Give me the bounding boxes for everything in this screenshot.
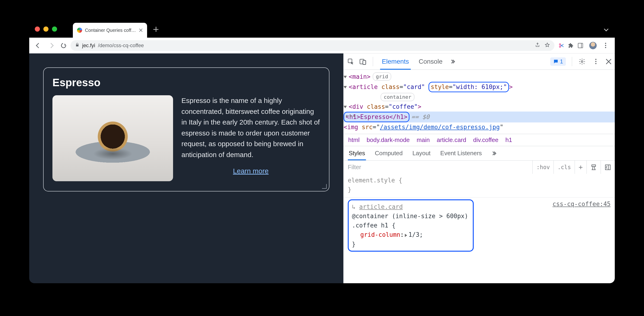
minimize-window-button[interactable] <box>44 27 48 32</box>
lock-icon <box>75 43 79 49</box>
more-actions-icon[interactable]: ••• <box>345 112 356 121</box>
extensions-icon[interactable] <box>568 43 574 48</box>
avatar-icon <box>589 42 597 49</box>
badge-grid[interactable]: grid <box>373 73 391 81</box>
dom-breadcrumbs[interactable]: html body.dark-mode main article.card di… <box>344 134 615 146</box>
svg-rect-4 <box>363 60 366 65</box>
coffee-card: Espresso Espresso is the name of a highl… <box>43 67 330 192</box>
devtools-tab-console[interactable]: Console <box>416 54 446 69</box>
chevron-down-icon <box>604 27 608 31</box>
reload-icon <box>60 42 67 49</box>
forward-button[interactable] <box>46 40 56 51</box>
espresso-image <box>52 95 173 181</box>
devtools-close-icon[interactable] <box>606 59 612 65</box>
page-viewport: Espresso Espresso is the name of a highl… <box>29 53 343 283</box>
dom-tree[interactable]: <main>grid <article class="card" style="… <box>344 70 615 134</box>
expand-shorthand-icon[interactable] <box>405 234 407 237</box>
devtools-panel: Elements Console 1 <main>grid <article c <box>343 53 615 283</box>
crumb-body[interactable]: body.dark-mode <box>366 136 410 143</box>
svg-point-6 <box>581 61 583 63</box>
scissors-icon[interactable] <box>556 40 567 51</box>
styles-filter-bar: Filter :hov .cls + <box>344 160 615 174</box>
url-path: /demo/css-cq-coffee <box>98 43 144 49</box>
styles-tab-listeners[interactable]: Event Listeners <box>440 147 483 160</box>
learn-more-link[interactable]: Learn more <box>182 167 320 175</box>
arrow-right-icon <box>48 43 54 48</box>
rule-container-query[interactable]: css-cq-coffee:45 ↳ article.card @contain… <box>344 197 615 254</box>
reload-button[interactable] <box>58 40 69 51</box>
bookmark-icon[interactable] <box>545 42 550 49</box>
styles-pane-tabs: Styles Computed Layout Event Listeners <box>344 146 615 160</box>
card-paragraph: Espresso is the name of a highly concent… <box>182 95 320 160</box>
browser-window: Container Queries coffee jec.fyi/demo/cs… <box>29 21 615 283</box>
img-src-link[interactable]: /assets/img/demo/cof-espresso.jpg <box>380 124 500 131</box>
crumb-div[interactable]: div.coffee <box>473 136 498 143</box>
settings-icon[interactable] <box>578 58 586 66</box>
cls-toggle[interactable]: .cls <box>554 161 575 174</box>
badge-container[interactable]: container <box>381 93 414 101</box>
devtools-tab-elements[interactable]: Elements <box>379 54 412 69</box>
devtools-menu-button[interactable] <box>590 56 601 67</box>
crumb-main[interactable]: main <box>417 136 430 143</box>
inspect-icon[interactable] <box>347 58 355 66</box>
crumb-h1[interactable]: h1 <box>505 136 512 143</box>
device-toggle-icon[interactable] <box>359 58 367 66</box>
address-bar[interactable]: jec.fyi/demo/css-cq-coffee <box>70 40 554 51</box>
crumb-article[interactable]: article.card <box>436 136 466 143</box>
styles-tabs-more[interactable] <box>491 149 496 157</box>
url-host: jec.fyi <box>82 43 95 49</box>
chrome-menu-button[interactable] <box>600 40 611 51</box>
side-panel-icon[interactable] <box>575 40 586 51</box>
new-tab-button[interactable] <box>153 26 159 33</box>
rule-element-style[interactable]: element.style { } <box>344 174 615 197</box>
dom-node-img[interactable]: <img <box>344 124 362 131</box>
highlighted-style-attr: style="width: 610px;" <box>428 82 509 92</box>
styles-tab-layout[interactable]: Layout <box>412 147 432 160</box>
dom-node-main[interactable]: <main> <box>349 73 370 80</box>
container-ancestor-link[interactable]: article.card <box>359 203 403 210</box>
tab-title: Container Queries coffee <box>85 28 136 33</box>
computed-panel-toggle-icon[interactable] <box>600 161 615 174</box>
devtools-toolbar: Elements Console 1 <box>344 53 615 70</box>
arrow-left-icon <box>36 43 41 48</box>
favicon-icon <box>77 28 82 33</box>
maximize-window-button[interactable] <box>52 27 57 32</box>
styles-tab-styles[interactable]: Styles <box>348 147 366 160</box>
card-heading: Espresso <box>52 76 320 89</box>
dom-node-div-coffee[interactable]: <div <box>349 103 367 110</box>
close-window-button[interactable] <box>35 27 40 32</box>
issues-badge[interactable]: 1 <box>550 57 566 66</box>
hov-toggle[interactable]: :hov <box>532 161 554 174</box>
close-tab-icon[interactable] <box>139 28 143 32</box>
content-area: Espresso Espresso is the name of a highl… <box>29 53 615 283</box>
tab-strip: Container Queries coffee <box>29 21 615 38</box>
styles-tab-computed[interactable]: Computed <box>374 147 404 160</box>
browser-tab[interactable]: Container Queries coffee <box>73 23 147 38</box>
selected-node-marker: == $0 <box>411 113 430 120</box>
devtools-tabs-more[interactable] <box>449 58 454 66</box>
browser-toolbar: jec.fyi/demo/css-cq-coffee <box>29 38 615 53</box>
dom-node-article[interactable]: <article <box>349 83 382 90</box>
copy-styles-icon[interactable] <box>586 161 600 174</box>
window-controls[interactable] <box>35 27 57 32</box>
share-icon[interactable] <box>535 42 540 49</box>
window-menu-button[interactable] <box>604 26 608 32</box>
issues-count: 1 <box>560 58 563 65</box>
back-button[interactable] <box>33 40 44 51</box>
crumb-html[interactable]: html <box>348 136 360 143</box>
profile-avatar[interactable] <box>588 40 598 51</box>
highlighted-rule: ↳ article.card @container (inline-size >… <box>348 199 474 252</box>
new-style-rule-button[interactable]: + <box>575 161 586 174</box>
styles-filter-input[interactable]: Filter <box>344 164 532 171</box>
rule-source-link[interactable]: css-cq-coffee:45 <box>552 199 610 209</box>
